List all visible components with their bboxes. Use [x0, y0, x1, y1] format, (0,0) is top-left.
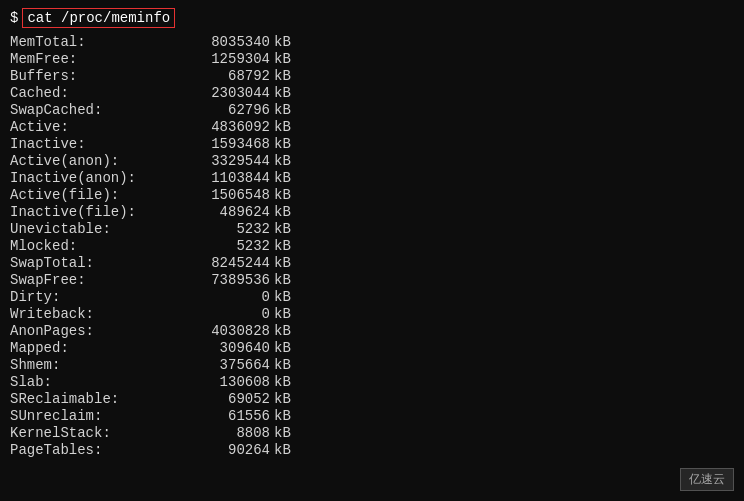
- terminal: $ cat /proc/meminfo MemTotal:8035340kBMe…: [0, 0, 744, 501]
- mem-value: 68792: [180, 68, 270, 84]
- table-row: Inactive(anon):1103844kB: [10, 170, 734, 186]
- mem-value: 0: [180, 306, 270, 322]
- table-row: MemTotal:8035340kB: [10, 34, 734, 50]
- mem-unit: kB: [274, 357, 291, 373]
- table-row: Active(file):1506548kB: [10, 187, 734, 203]
- table-row: Mapped:309640kB: [10, 340, 734, 356]
- table-row: Mlocked:5232kB: [10, 238, 734, 254]
- table-row: SwapTotal:8245244kB: [10, 255, 734, 271]
- table-row: Slab:130608kB: [10, 374, 734, 390]
- command-text: cat /proc/meminfo: [22, 8, 175, 28]
- mem-key: Buffers:: [10, 68, 180, 84]
- table-row: Active:4836092kB: [10, 119, 734, 135]
- mem-unit: kB: [274, 238, 291, 254]
- mem-value: 62796: [180, 102, 270, 118]
- mem-unit: kB: [274, 85, 291, 101]
- mem-value: 309640: [180, 340, 270, 356]
- mem-key: SUnreclaim:: [10, 408, 180, 424]
- table-row: Inactive(file):489624kB: [10, 204, 734, 220]
- mem-key: Inactive:: [10, 136, 180, 152]
- table-row: SUnreclaim:61556kB: [10, 408, 734, 424]
- mem-unit: kB: [274, 323, 291, 339]
- mem-value: 4836092: [180, 119, 270, 135]
- mem-key: KernelStack:: [10, 425, 180, 441]
- mem-key: Inactive(file):: [10, 204, 180, 220]
- mem-value: 4030828: [180, 323, 270, 339]
- mem-value: 130608: [180, 374, 270, 390]
- mem-unit: kB: [274, 153, 291, 169]
- mem-unit: kB: [274, 374, 291, 390]
- mem-key: Active(file):: [10, 187, 180, 203]
- prompt-symbol: $: [10, 10, 18, 26]
- table-row: Cached:2303044kB: [10, 85, 734, 101]
- mem-unit: kB: [274, 34, 291, 50]
- mem-key: MemFree:: [10, 51, 180, 67]
- mem-unit: kB: [274, 136, 291, 152]
- command-line: $ cat /proc/meminfo: [10, 8, 734, 28]
- table-row: Dirty:0kB: [10, 289, 734, 305]
- mem-value: 375664: [180, 357, 270, 373]
- mem-key: Shmem:: [10, 357, 180, 373]
- mem-value: 0: [180, 289, 270, 305]
- table-row: SReclaimable:69052kB: [10, 391, 734, 407]
- mem-unit: kB: [274, 119, 291, 135]
- mem-value: 90264: [180, 442, 270, 458]
- mem-key: Slab:: [10, 374, 180, 390]
- table-row: Unevictable:5232kB: [10, 221, 734, 237]
- mem-value: 1506548: [180, 187, 270, 203]
- mem-key: SwapFree:: [10, 272, 180, 288]
- table-row: SwapFree:7389536kB: [10, 272, 734, 288]
- mem-unit: kB: [274, 391, 291, 407]
- mem-value: 5232: [180, 238, 270, 254]
- mem-value: 8035340: [180, 34, 270, 50]
- mem-unit: kB: [274, 204, 291, 220]
- table-row: Shmem:375664kB: [10, 357, 734, 373]
- mem-value: 61556: [180, 408, 270, 424]
- table-row: Buffers:68792kB: [10, 68, 734, 84]
- mem-value: 1593468: [180, 136, 270, 152]
- mem-key: AnonPages:: [10, 323, 180, 339]
- meminfo-table: MemTotal:8035340kBMemFree:1259304kBBuffe…: [10, 34, 734, 458]
- mem-unit: kB: [274, 408, 291, 424]
- table-row: KernelStack:8808kB: [10, 425, 734, 441]
- mem-unit: kB: [274, 102, 291, 118]
- watermark-text: 亿速云: [680, 468, 734, 491]
- mem-value: 1259304: [180, 51, 270, 67]
- mem-unit: kB: [274, 442, 291, 458]
- mem-value: 69052: [180, 391, 270, 407]
- mem-value: 5232: [180, 221, 270, 237]
- mem-value: 8245244: [180, 255, 270, 271]
- mem-value: 7389536: [180, 272, 270, 288]
- mem-key: Cached:: [10, 85, 180, 101]
- mem-value: 2303044: [180, 85, 270, 101]
- table-row: SwapCached:62796kB: [10, 102, 734, 118]
- mem-value: 3329544: [180, 153, 270, 169]
- mem-unit: kB: [274, 289, 291, 305]
- mem-value: 1103844: [180, 170, 270, 186]
- mem-key: MemTotal:: [10, 34, 180, 50]
- table-row: Active(anon):3329544kB: [10, 153, 734, 169]
- mem-key: Writeback:: [10, 306, 180, 322]
- mem-unit: kB: [274, 68, 291, 84]
- mem-unit: kB: [274, 306, 291, 322]
- watermark: 亿速云: [680, 468, 734, 491]
- mem-unit: kB: [274, 51, 291, 67]
- mem-key: Active:: [10, 119, 180, 135]
- mem-key: Unevictable:: [10, 221, 180, 237]
- mem-unit: kB: [274, 255, 291, 271]
- table-row: Writeback:0kB: [10, 306, 734, 322]
- mem-unit: kB: [274, 425, 291, 441]
- mem-unit: kB: [274, 170, 291, 186]
- mem-value: 489624: [180, 204, 270, 220]
- mem-key: SReclaimable:: [10, 391, 180, 407]
- mem-key: SwapTotal:: [10, 255, 180, 271]
- mem-value: 8808: [180, 425, 270, 441]
- mem-unit: kB: [274, 340, 291, 356]
- table-row: PageTables:90264kB: [10, 442, 734, 458]
- table-row: Inactive:1593468kB: [10, 136, 734, 152]
- mem-key: Inactive(anon):: [10, 170, 180, 186]
- mem-key: Active(anon):: [10, 153, 180, 169]
- mem-key: PageTables:: [10, 442, 180, 458]
- table-row: AnonPages:4030828kB: [10, 323, 734, 339]
- mem-unit: kB: [274, 272, 291, 288]
